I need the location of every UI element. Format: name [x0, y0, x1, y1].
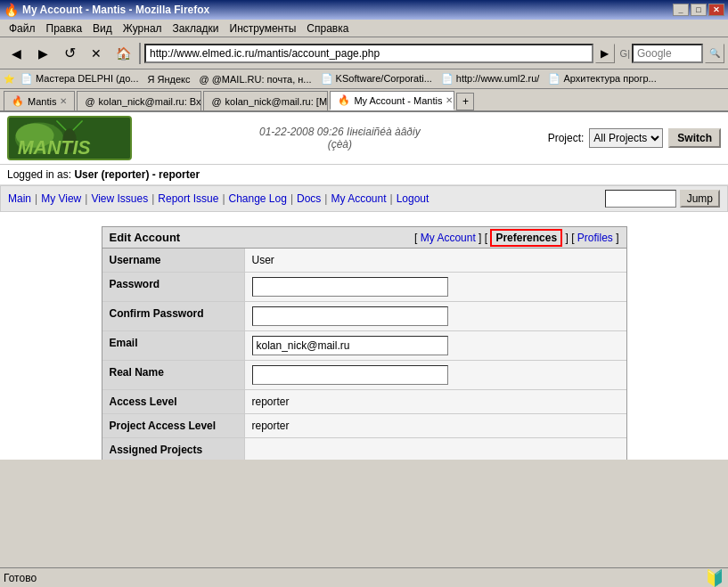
nav-my-account[interactable]: My Account — [331, 192, 386, 205]
menu-history[interactable]: Журнал — [118, 20, 168, 37]
nav-docs[interactable]: Docs — [297, 192, 321, 205]
date-time-line1: 01-22-2008 09:26 Іінєіаіñéà àâðiy — [259, 126, 421, 138]
mantis-logo-image: MANTIS — [7, 116, 132, 160]
label-real-name: Real Name — [102, 361, 245, 389]
status-icon: 🔰 — [705, 568, 724, 588]
title-bar: 🔥 My Account - Mantis - Mozilla Firefox … — [0, 0, 728, 20]
bookmark-ksoftware[interactable]: 📄 KSoftware/Corporati... — [318, 72, 435, 86]
forward-button[interactable]: ▶ — [30, 41, 55, 66]
bookmarks-icon: ⭐ — [4, 74, 14, 84]
my-account-link[interactable]: My Account — [421, 232, 476, 244]
tab-icon: @ — [211, 96, 221, 107]
form-title: Edit Account — [110, 231, 181, 244]
tab-close-mantis[interactable]: ✕ — [60, 96, 67, 106]
form-row-confirm-password: Confirm Password — [102, 302, 626, 331]
back-button[interactable]: ◀ — [4, 41, 29, 66]
value-project-access: reporter — [245, 414, 626, 437]
browser-content: MANTIS 01-22-2008 09:26 Іінєіаіñéà àâðiy… — [0, 112, 728, 460]
menu-view[interactable]: Вид — [87, 20, 118, 37]
go-button[interactable]: ▶ — [595, 44, 615, 63]
edit-account-form: Edit Account [ My Account ] [ Preference… — [102, 226, 627, 460]
value-real-name — [245, 361, 626, 389]
nav-change-log[interactable]: Change Log — [229, 192, 287, 205]
tab-mantis[interactable]: 🔥 Mantis ✕ — [4, 91, 75, 110]
tab-icon: 🔥 — [338, 94, 350, 106]
address-input[interactable] — [144, 44, 593, 63]
new-tab-button[interactable]: + — [456, 93, 474, 110]
window-controls: _ □ ✕ — [673, 4, 724, 16]
password-input[interactable] — [252, 277, 448, 297]
mantis-nav: Main | My View | View Issues | Report Is… — [0, 185, 728, 212]
firefox-icon: 🔥 — [4, 3, 19, 17]
form-header-links: [ My Account ] [ Preferences ] [ Profile… — [414, 232, 618, 244]
tab-kolan-login[interactable]: @ kolan_nick@mail.ru: Входя... ✕ — [77, 91, 201, 110]
value-assigned-projects — [245, 438, 626, 460]
status-text: Готово — [4, 572, 705, 584]
nav-report-issue[interactable]: Report Issue — [158, 192, 218, 205]
search-go-button[interactable]: 🔍 — [705, 44, 724, 63]
label-email: Email — [102, 331, 245, 360]
jump-input[interactable] — [605, 190, 676, 208]
value-email — [245, 331, 626, 360]
form-row-assigned-projects: Assigned Projects — [102, 438, 626, 460]
menu-bookmarks[interactable]: Закладки — [168, 20, 225, 37]
tab-label: Mantis — [28, 96, 56, 107]
nav-jump-box: Jump — [605, 190, 720, 208]
preferences-link[interactable]: Preferences — [490, 229, 562, 247]
reload-button[interactable]: ↺ — [57, 41, 82, 66]
label-project-access: Project Access Level — [102, 414, 245, 437]
project-dropdown[interactable]: All Projects — [589, 128, 663, 148]
form-area: Edit Account [ My Account ] [ Preference… — [0, 219, 728, 460]
nav-main[interactable]: Main — [8, 192, 31, 205]
menu-bar: Файл Правка Вид Журнал Закладки Инструме… — [0, 20, 728, 37]
search-engine-icon: G| — [620, 48, 630, 59]
home-button[interactable]: 🏠 — [110, 41, 135, 66]
logged-in-user: User (reporter) - reporter — [74, 168, 200, 181]
bookmark-uml2[interactable]: 📄 http://www.uml2.ru/ — [438, 72, 543, 86]
tab-label: kolan_nick@mail.ru: [Manti... — [225, 96, 329, 107]
menu-edit[interactable]: Правка — [41, 20, 88, 37]
minimize-button[interactable]: _ — [673, 4, 689, 16]
project-selector: Project: All Projects Switch — [548, 128, 721, 148]
tab-label: kolan_nick@mail.ru: Входя... — [99, 96, 202, 107]
stop-button[interactable]: ✕ — [84, 41, 109, 66]
page-date-info: 01-22-2008 09:26 Іінєіаіñéà àâðiy (çèà) — [259, 126, 421, 151]
bookmark-delphi[interactable]: 📄 Мастера DELPHI (до... — [18, 72, 141, 86]
menu-help[interactable]: Справка — [301, 20, 354, 37]
page-content: MANTIS 01-22-2008 09:26 Іінєіаіñéà àâðiy… — [0, 112, 728, 460]
status-bar: Готово 🔰 — [0, 567, 728, 587]
bookmark-mail[interactable]: @ @MAIL.RU: почта, н... — [196, 73, 314, 86]
menu-file[interactable]: Файл — [4, 20, 41, 37]
maximize-button[interactable]: □ — [691, 4, 707, 16]
bookmark-yandex[interactable]: Я Яндекс — [144, 73, 192, 86]
form-row-username: Username User — [102, 249, 626, 273]
tab-label: My Account - Mantis — [354, 95, 442, 106]
real-name-input[interactable] — [252, 365, 448, 385]
tab-kolan-manti[interactable]: @ kolan_nick@mail.ru: [Manti... ✕ — [203, 91, 328, 110]
menu-tools[interactable]: Инструменты — [225, 20, 302, 37]
search-box: G| 🔍 — [620, 44, 724, 63]
svg-text:MANTIS: MANTIS — [18, 137, 92, 159]
nav-logout[interactable]: Logout — [397, 192, 429, 205]
search-input[interactable] — [632, 44, 703, 63]
switch-button[interactable]: Switch — [668, 128, 721, 148]
email-input[interactable] — [252, 336, 448, 355]
project-label: Project: — [548, 132, 585, 144]
label-confirm-password: Confirm Password — [102, 302, 245, 330]
jump-button[interactable]: Jump — [680, 190, 720, 208]
form-row-real-name: Real Name — [102, 361, 626, 390]
close-button[interactable]: ✕ — [708, 4, 724, 16]
nav-my-view[interactable]: My View — [41, 192, 81, 205]
tab-my-account[interactable]: 🔥 My Account - Mantis ✕ — [330, 91, 454, 110]
tab-close-my-account[interactable]: ✕ — [446, 95, 453, 105]
value-access-level: reporter — [245, 390, 626, 413]
bookmark-arch[interactable]: 📄 Архитектура прогр... — [545, 72, 658, 86]
bookmarks-bar: ⭐ 📄 Мастера DELPHI (до... Я Яндекс @ @MA… — [0, 69, 728, 89]
window-title: My Account - Mantis - Mozilla Firefox — [22, 4, 209, 16]
tab-icon: @ — [85, 96, 94, 107]
profiles-link[interactable]: Profiles — [577, 232, 613, 244]
username-text: User — [252, 254, 274, 266]
project-access-text: reporter — [252, 420, 290, 432]
confirm-password-input[interactable] — [252, 306, 448, 326]
nav-view-issues[interactable]: View Issues — [91, 192, 148, 205]
